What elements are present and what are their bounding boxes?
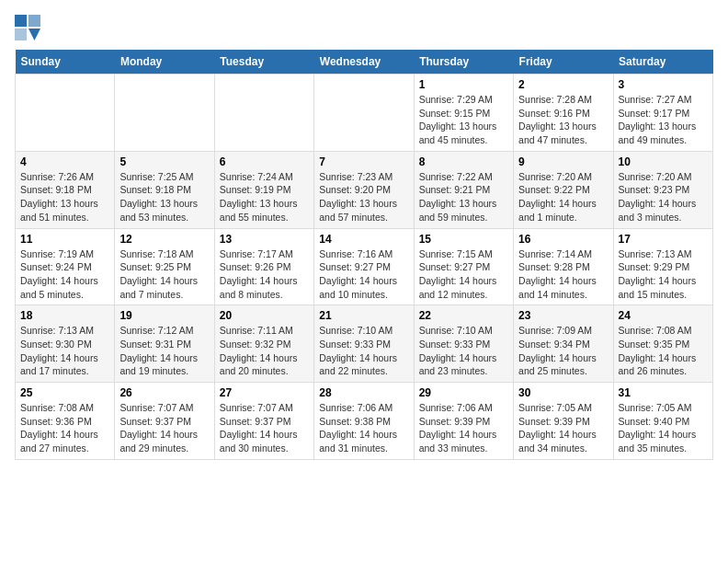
day-number: 6 [220, 155, 309, 168]
day-number: 15 [419, 233, 508, 246]
day-cell: 15Sunrise: 7:15 AMSunset: 9:27 PMDayligh… [414, 228, 513, 305]
day-cell: 27Sunrise: 7:07 AMSunset: 9:37 PMDayligh… [214, 383, 313, 460]
day-cell: 10Sunrise: 7:20 AMSunset: 9:23 PMDayligh… [613, 151, 712, 228]
day-info: Sunrise: 7:06 AMSunset: 9:39 PMDaylight:… [419, 401, 508, 455]
day-number: 14 [319, 233, 408, 246]
day-number: 9 [518, 155, 608, 168]
day-info: Sunrise: 7:24 AMSunset: 9:19 PMDaylight:… [220, 170, 309, 224]
day-number: 20 [220, 309, 309, 322]
day-number: 24 [619, 309, 708, 322]
day-cell [16, 75, 115, 152]
day-number: 4 [20, 155, 109, 168]
day-info: Sunrise: 7:22 AMSunset: 9:21 PMDaylight:… [419, 170, 508, 224]
col-header-thursday: Thursday [414, 50, 513, 75]
day-info: Sunrise: 7:09 AMSunset: 9:34 PMDaylight:… [518, 324, 608, 378]
day-number: 5 [119, 155, 209, 168]
day-cell [214, 75, 313, 152]
day-info: Sunrise: 7:08 AMSunset: 9:35 PMDaylight:… [619, 324, 708, 378]
svg-rect-1 [28, 15, 40, 27]
day-number: 19 [119, 309, 209, 322]
day-cell: 14Sunrise: 7:16 AMSunset: 9:27 PMDayligh… [314, 228, 414, 305]
day-info: Sunrise: 7:23 AMSunset: 9:20 PMDaylight:… [319, 170, 408, 224]
day-cell [314, 75, 414, 152]
col-header-tuesday: Tuesday [214, 50, 313, 75]
day-number: 26 [119, 386, 209, 399]
day-info: Sunrise: 7:19 AMSunset: 9:24 PMDaylight:… [20, 247, 109, 302]
day-info: Sunrise: 7:08 AMSunset: 9:36 PMDaylight:… [20, 401, 109, 455]
logo [15, 15, 42, 40]
day-number: 8 [419, 155, 508, 168]
day-info: Sunrise: 7:10 AMSunset: 9:33 PMDaylight:… [319, 324, 408, 378]
day-number: 10 [619, 155, 708, 168]
day-info: Sunrise: 7:12 AMSunset: 9:31 PMDaylight:… [119, 324, 209, 378]
day-cell: 25Sunrise: 7:08 AMSunset: 9:36 PMDayligh… [16, 383, 115, 460]
day-info: Sunrise: 7:20 AMSunset: 9:23 PMDaylight:… [619, 170, 708, 224]
day-cell: 18Sunrise: 7:13 AMSunset: 9:30 PMDayligh… [16, 305, 115, 383]
day-number: 25 [20, 386, 109, 399]
day-cell: 9Sunrise: 7:20 AMSunset: 9:22 PMDaylight… [514, 151, 613, 228]
day-info: Sunrise: 7:05 AMSunset: 9:39 PMDaylight:… [518, 401, 608, 455]
day-cell: 6Sunrise: 7:24 AMSunset: 9:19 PMDaylight… [214, 151, 313, 228]
day-info: Sunrise: 7:13 AMSunset: 9:29 PMDaylight:… [619, 247, 708, 302]
day-number: 17 [619, 233, 708, 246]
day-number: 18 [20, 309, 109, 322]
day-info: Sunrise: 7:11 AMSunset: 9:32 PMDaylight:… [220, 324, 309, 378]
logo-icon [15, 15, 40, 40]
svg-marker-3 [28, 29, 40, 40]
day-cell: 22Sunrise: 7:10 AMSunset: 9:33 PMDayligh… [414, 305, 513, 383]
day-cell: 29Sunrise: 7:06 AMSunset: 9:39 PMDayligh… [414, 383, 513, 460]
day-number: 12 [119, 233, 209, 246]
day-info: Sunrise: 7:29 AMSunset: 9:15 PMDaylight:… [419, 93, 508, 147]
day-cell: 4Sunrise: 7:26 AMSunset: 9:18 PMDaylight… [16, 151, 115, 228]
day-number: 23 [518, 309, 608, 322]
day-number: 31 [619, 386, 708, 399]
day-info: Sunrise: 7:26 AMSunset: 9:18 PMDaylight:… [20, 170, 109, 224]
day-cell: 28Sunrise: 7:06 AMSunset: 9:38 PMDayligh… [314, 383, 414, 460]
day-info: Sunrise: 7:10 AMSunset: 9:33 PMDaylight:… [419, 324, 508, 378]
week-row-2: 4Sunrise: 7:26 AMSunset: 9:18 PMDaylight… [16, 151, 713, 228]
day-cell: 20Sunrise: 7:11 AMSunset: 9:32 PMDayligh… [214, 305, 313, 383]
day-info: Sunrise: 7:07 AMSunset: 9:37 PMDaylight:… [119, 401, 209, 455]
calendar-header-row: SundayMondayTuesdayWednesdayThursdayFrid… [16, 50, 713, 75]
day-cell: 19Sunrise: 7:12 AMSunset: 9:31 PMDayligh… [115, 305, 214, 383]
col-header-saturday: Saturday [613, 50, 712, 75]
day-number: 30 [518, 386, 608, 399]
day-cell: 13Sunrise: 7:17 AMSunset: 9:26 PMDayligh… [214, 228, 313, 305]
col-header-friday: Friday [514, 50, 613, 75]
day-info: Sunrise: 7:15 AMSunset: 9:27 PMDaylight:… [419, 247, 508, 302]
svg-rect-2 [15, 29, 27, 40]
day-number: 1 [419, 78, 508, 91]
day-cell: 26Sunrise: 7:07 AMSunset: 9:37 PMDayligh… [115, 383, 214, 460]
day-info: Sunrise: 7:13 AMSunset: 9:30 PMDaylight:… [20, 324, 109, 378]
day-number: 21 [319, 309, 408, 322]
day-number: 7 [319, 155, 408, 168]
week-row-4: 18Sunrise: 7:13 AMSunset: 9:30 PMDayligh… [16, 305, 713, 383]
day-cell: 8Sunrise: 7:22 AMSunset: 9:21 PMDaylight… [414, 151, 513, 228]
day-cell: 23Sunrise: 7:09 AMSunset: 9:34 PMDayligh… [514, 305, 613, 383]
day-info: Sunrise: 7:05 AMSunset: 9:40 PMDaylight:… [619, 401, 708, 455]
day-number: 28 [319, 386, 408, 399]
day-number: 22 [419, 309, 508, 322]
day-info: Sunrise: 7:18 AMSunset: 9:25 PMDaylight:… [119, 247, 209, 302]
day-cell [115, 75, 214, 152]
week-row-3: 11Sunrise: 7:19 AMSunset: 9:24 PMDayligh… [16, 228, 713, 305]
week-row-5: 25Sunrise: 7:08 AMSunset: 9:36 PMDayligh… [16, 383, 713, 460]
week-row-1: 1Sunrise: 7:29 AMSunset: 9:15 PMDaylight… [16, 75, 713, 152]
day-cell: 21Sunrise: 7:10 AMSunset: 9:33 PMDayligh… [314, 305, 414, 383]
day-info: Sunrise: 7:06 AMSunset: 9:38 PMDaylight:… [319, 401, 408, 455]
day-info: Sunrise: 7:16 AMSunset: 9:27 PMDaylight:… [319, 247, 408, 302]
day-cell: 31Sunrise: 7:05 AMSunset: 9:40 PMDayligh… [613, 383, 712, 460]
day-info: Sunrise: 7:07 AMSunset: 9:37 PMDaylight:… [220, 401, 309, 455]
col-header-sunday: Sunday [16, 50, 115, 75]
day-cell: 12Sunrise: 7:18 AMSunset: 9:25 PMDayligh… [115, 228, 214, 305]
day-number: 13 [220, 233, 309, 246]
col-header-monday: Monday [115, 50, 214, 75]
day-info: Sunrise: 7:28 AMSunset: 9:16 PMDaylight:… [518, 93, 608, 147]
day-info: Sunrise: 7:25 AMSunset: 9:18 PMDaylight:… [119, 170, 209, 224]
col-header-wednesday: Wednesday [314, 50, 414, 75]
day-number: 3 [619, 78, 708, 91]
day-info: Sunrise: 7:17 AMSunset: 9:26 PMDaylight:… [220, 247, 309, 302]
day-cell: 24Sunrise: 7:08 AMSunset: 9:35 PMDayligh… [613, 305, 712, 383]
day-cell: 7Sunrise: 7:23 AMSunset: 9:20 PMDaylight… [314, 151, 414, 228]
day-cell: 17Sunrise: 7:13 AMSunset: 9:29 PMDayligh… [613, 228, 712, 305]
